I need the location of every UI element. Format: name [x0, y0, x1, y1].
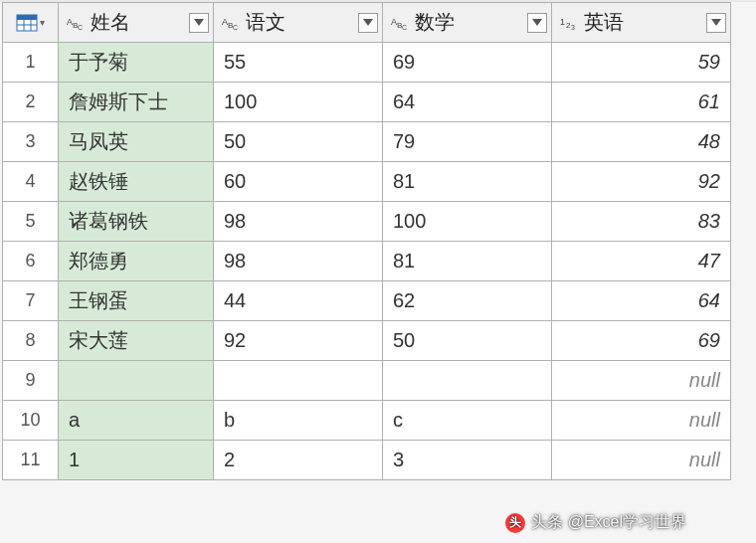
cell-yuwen[interactable]: 50	[214, 122, 382, 161]
cell-shuxue[interactable]: 64	[383, 83, 551, 121]
cell-yingyu[interactable]: null	[552, 361, 730, 400]
svg-text:3: 3	[571, 24, 575, 31]
table-icon	[16, 14, 38, 32]
cell-yuwen[interactable]: 60	[214, 162, 382, 201]
row-index[interactable]: 5	[3, 202, 59, 242]
row-index[interactable]: 1	[3, 43, 59, 83]
table-row[interactable]: 3马凤英507948	[3, 122, 731, 162]
table-row[interactable]: 9null	[3, 361, 731, 401]
cell-name[interactable]: 詹姆斯下士	[59, 83, 213, 121]
text-type-icon: ABC	[391, 15, 409, 31]
cell-shuxue[interactable]: 81	[383, 242, 551, 280]
chevron-down-icon: ▾	[40, 17, 45, 28]
cell-yingyu[interactable]: null	[552, 441, 730, 479]
column-header-yuwen[interactable]: ABC 语文	[214, 3, 383, 43]
cell-yingyu[interactable]: 64	[552, 281, 730, 320]
column-header-name[interactable]: ABC 姓名	[59, 3, 214, 43]
table-row[interactable]: 7王钢蛋446264	[3, 281, 731, 321]
cell-name[interactable]: 郑德勇	[59, 242, 213, 280]
row-index[interactable]: 11	[3, 441, 59, 480]
filter-button-yuwen[interactable]	[358, 13, 378, 33]
table-row[interactable]: 10abcnull	[3, 401, 731, 441]
cell-yuwen[interactable]	[214, 361, 382, 400]
cell-shuxue[interactable]: 69	[383, 43, 551, 82]
svg-marker-20	[711, 19, 721, 26]
svg-marker-16	[532, 19, 542, 26]
watermark-text: 头条 @Excel学习世界	[531, 512, 686, 533]
table-row[interactable]: 1于予菊556959	[3, 43, 731, 83]
cell-name[interactable]: 1	[59, 441, 213, 479]
column-header-yingyu[interactable]: 123 英语	[552, 3, 731, 43]
cell-yingyu[interactable]: 69	[552, 321, 730, 360]
table-row[interactable]: 8宋大莲925069	[3, 321, 731, 361]
row-index[interactable]: 7	[3, 281, 59, 321]
row-index[interactable]: 10	[3, 401, 59, 441]
cell-name[interactable]: 诸葛钢铁	[59, 202, 213, 241]
table-row[interactable]: 5诸葛钢铁9810083	[3, 202, 731, 242]
watermark: 头 头条 @Excel学习世界	[505, 512, 686, 533]
cell-yingyu[interactable]: 48	[552, 122, 730, 161]
cell-yuwen[interactable]: 92	[214, 321, 382, 360]
cell-shuxue[interactable]: 79	[383, 122, 551, 161]
header-row: ▾ ABC 姓名 ABC	[3, 3, 731, 43]
row-index[interactable]: 6	[3, 242, 59, 281]
cell-yingyu[interactable]: 83	[552, 202, 730, 241]
cell-name[interactable]	[59, 361, 213, 400]
row-index[interactable]: 8	[3, 321, 59, 361]
cell-yingyu[interactable]: 47	[552, 242, 730, 280]
table-row[interactable]: 6郑德勇988147	[3, 242, 731, 281]
cell-yingyu[interactable]: null	[552, 401, 730, 440]
column-header-label: 数学	[415, 9, 527, 36]
data-table: ▾ ABC 姓名 ABC	[2, 2, 731, 480]
cell-shuxue[interactable]: 50	[383, 321, 551, 360]
column-header-label: 英语	[584, 9, 706, 36]
watermark-logo-icon: 头	[505, 513, 525, 533]
svg-rect-1	[17, 15, 37, 20]
cell-name[interactable]: 于予菊	[59, 43, 213, 82]
cell-name[interactable]: a	[59, 401, 213, 440]
cell-name[interactable]: 马凤英	[59, 122, 213, 161]
cell-yingyu[interactable]: 61	[552, 83, 730, 121]
row-index[interactable]: 9	[3, 361, 59, 401]
table-row[interactable]: 2詹姆斯下士1006461	[3, 83, 731, 122]
filter-button-yingyu[interactable]	[706, 13, 726, 33]
cell-shuxue[interactable]	[383, 361, 551, 400]
column-header-label: 语文	[246, 9, 358, 36]
svg-text:C: C	[78, 24, 83, 31]
cell-name[interactable]: 赵铁锤	[59, 162, 213, 201]
cell-shuxue[interactable]: 3	[383, 441, 551, 479]
filter-button-shuxue[interactable]	[527, 13, 547, 33]
row-index[interactable]: 2	[3, 83, 59, 122]
cell-shuxue[interactable]: 81	[383, 162, 551, 201]
svg-marker-12	[363, 19, 373, 26]
filter-button-name[interactable]	[189, 13, 209, 33]
cell-yuwen[interactable]: 100	[214, 83, 382, 121]
column-header-shuxue[interactable]: ABC 数学	[383, 3, 552, 43]
cell-yuwen[interactable]: 98	[214, 242, 382, 280]
index-column-header[interactable]: ▾	[3, 3, 59, 43]
cell-yingyu[interactable]: 59	[552, 43, 730, 82]
cell-shuxue[interactable]: 100	[383, 202, 551, 241]
table-row[interactable]: 11123null	[3, 441, 731, 480]
svg-text:1: 1	[560, 17, 565, 27]
svg-text:C: C	[402, 24, 407, 31]
svg-text:C: C	[233, 24, 238, 31]
cell-shuxue[interactable]: 62	[383, 281, 551, 320]
cell-shuxue[interactable]: c	[383, 401, 551, 440]
text-type-icon: ABC	[222, 15, 240, 31]
cell-yuwen[interactable]: 55	[214, 43, 382, 82]
table-row[interactable]: 4赵铁锤608192	[3, 162, 731, 202]
cell-yuwen[interactable]: 2	[214, 441, 382, 479]
row-index[interactable]: 4	[3, 162, 59, 202]
svg-marker-8	[194, 19, 204, 26]
cell-name[interactable]: 宋大莲	[59, 321, 213, 360]
number-type-icon: 123	[560, 15, 578, 31]
cell-yingyu[interactable]: 92	[552, 162, 730, 201]
cell-name[interactable]: 王钢蛋	[59, 281, 213, 320]
text-type-icon: ABC	[67, 15, 85, 31]
column-header-label: 姓名	[91, 9, 189, 36]
cell-yuwen[interactable]: 98	[214, 202, 382, 241]
cell-yuwen[interactable]: 44	[214, 281, 382, 320]
row-index[interactable]: 3	[3, 122, 59, 162]
cell-yuwen[interactable]: b	[214, 401, 382, 440]
